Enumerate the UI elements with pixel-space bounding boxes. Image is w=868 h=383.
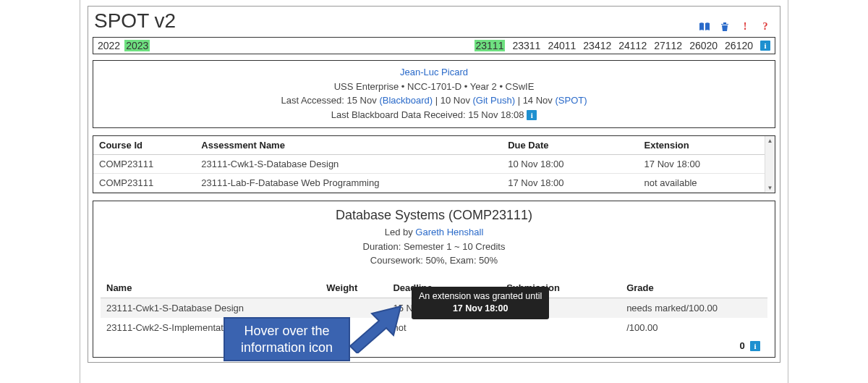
table-header-row: Course Id Assessment Name Due Date Exten… — [93, 136, 775, 155]
table-row[interactable]: COMP23111 23111-Lab-F-Database Web Progr… — [93, 174, 775, 193]
scrollbar[interactable]: ▲ ▼ — [765, 136, 775, 193]
summary-row: 0 i — [101, 337, 767, 353]
course-item-27112[interactable]: 27112 — [654, 40, 682, 51]
info-icon[interactable]: i — [760, 41, 770, 51]
assessment-table: Course Id Assessment Name Due Date Exten… — [93, 136, 775, 193]
arrow-icon — [346, 303, 404, 353]
header: SPOT v2 ! ? — [93, 7, 775, 37]
col-name: Name — [101, 278, 320, 298]
col-grade: Grade — [621, 278, 767, 298]
course-header: Database Systems (COMP23111) Led by Gare… — [101, 206, 767, 268]
table-row[interactable]: 23111-Cwk2-S-Implementation not /100.00 — [101, 318, 767, 337]
last-accessed-line: Last Accessed: 15 Nov (Blackboard) | 10 … — [99, 93, 769, 108]
annotation-callout: Hover over the information icon — [224, 317, 350, 361]
course-leader-link[interactable]: Gareth Henshall — [415, 227, 483, 237]
course-item-23311[interactable]: 23311 — [512, 40, 540, 51]
header-icons: ! ? — [699, 21, 774, 33]
year-item-2022[interactable]: 2022 — [98, 40, 120, 51]
blackboard-link[interactable]: (Blackboard) — [379, 95, 433, 106]
table-row[interactable]: COMP23111 23111-Cwk1-S-Database Design 1… — [93, 155, 775, 174]
course-duration: Duration: Semester 1 ~ 10 Credits — [101, 240, 767, 254]
extension-tooltip: An extension was granted until 17 Nov 18… — [412, 287, 549, 319]
course-item-23111[interactable]: 23111 — [475, 40, 506, 51]
course-list: 23111 23311 24011 23412 24112 27112 2602… — [475, 40, 771, 51]
course-item-24011[interactable]: 24011 — [548, 40, 576, 51]
last-bb-line: Last Blackboard Data Received: 15 Nov 18… — [99, 108, 769, 122]
assessment-table-panel: Course Id Assessment Name Due Date Exten… — [93, 135, 775, 193]
book-icon[interactable] — [699, 21, 710, 33]
student-name-link[interactable]: Jean-Luc Picard — [400, 67, 468, 77]
course-title: Database Systems (COMP23111) — [101, 206, 767, 225]
scroll-down-icon[interactable]: ▼ — [767, 185, 773, 191]
app-title: SPOT v2 — [94, 9, 176, 33]
course-item-26020[interactable]: 26020 — [689, 40, 718, 51]
scroll-up-icon[interactable]: ▲ — [767, 138, 773, 144]
callout-line1: Hover over the — [244, 324, 330, 338]
info-icon[interactable]: i — [527, 110, 537, 120]
col-course-id: Course Id — [93, 136, 195, 155]
tooltip-line2: 17 Nov 18:00 — [453, 303, 508, 313]
student-meta: USS Enterprise • NCC-1701-D • Year 2 • C… — [99, 80, 769, 94]
course-split: Coursework: 50%, Exam: 50% — [101, 253, 767, 268]
summary-value: 0 — [740, 340, 745, 351]
col-extension: Extension — [639, 136, 775, 155]
col-weight: Weight — [320, 278, 387, 298]
help-icon[interactable]: ? — [760, 21, 771, 33]
gitpush-link[interactable]: (Git Push) — [473, 95, 516, 106]
course-item-24112[interactable]: 24112 — [618, 40, 647, 51]
course-item-23412[interactable]: 23412 — [583, 40, 611, 51]
tooltip-line1: An extension was granted until — [419, 291, 542, 301]
spot-link[interactable]: (SPOT) — [555, 95, 587, 106]
info-icon[interactable]: i — [750, 341, 760, 351]
year-list: 2022 2023 — [98, 40, 150, 51]
alert-icon[interactable]: ! — [739, 21, 751, 33]
col-assessment-name: Assessment Name — [195, 136, 502, 155]
course-card: Database Systems (COMP23111) Led by Gare… — [93, 201, 775, 358]
student-card: Jean-Luc Picard USS Enterprise • NCC-170… — [93, 60, 775, 128]
year-course-bar: 2022 2023 23111 23311 24011 23412 24112 … — [93, 37, 775, 54]
course-item-26120[interactable]: 26120 — [725, 40, 753, 51]
trash-icon[interactable] — [719, 21, 731, 33]
col-due-date: Due Date — [502, 136, 638, 155]
callout-line2: information icon — [241, 340, 333, 355]
year-item-2023[interactable]: 2023 — [124, 40, 150, 51]
